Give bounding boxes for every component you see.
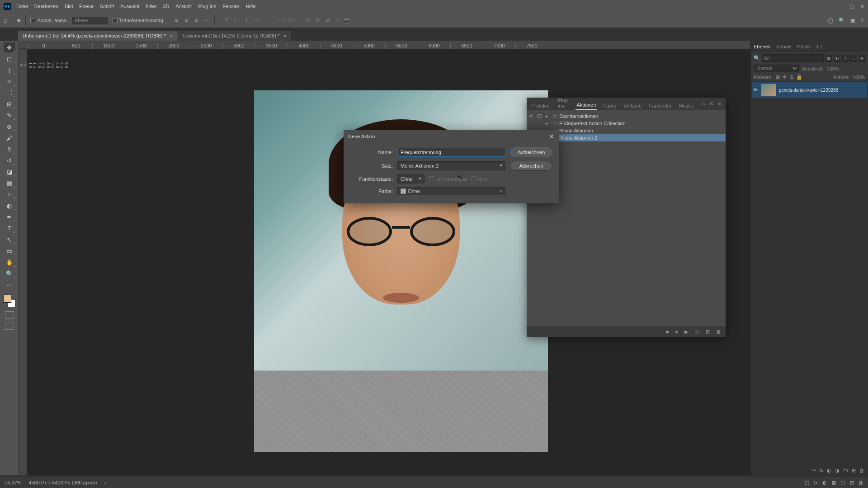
opacity-value[interactable]: 100%: [827, 66, 840, 71]
filter-smart-icon[interactable]: ◈: [859, 55, 865, 62]
stamp-tool[interactable]: ⊻: [4, 144, 15, 154]
move-tool[interactable]: ✥: [4, 42, 15, 52]
tab-farbe[interactable]: Farbe: [602, 101, 617, 110]
menu-schrift[interactable]: Schrift: [100, 4, 114, 9]
group-icon[interactable]: 🗀: [843, 468, 848, 473]
path-tool[interactable]: ↖: [4, 235, 15, 244]
new-set-icon[interactable]: 🗀: [694, 329, 699, 334]
filter-shape-icon[interactable]: ▭: [850, 55, 857, 62]
visibility-icon[interactable]: 👁: [753, 87, 758, 93]
tab-pfade[interactable]: Pfade: [797, 44, 810, 49]
action-name-input[interactable]: [397, 148, 505, 157]
eraser-tool[interactable]: ◪: [4, 167, 15, 177]
overflow-icon[interactable]: ⋯: [264, 18, 269, 23]
pen-tool[interactable]: ✒: [4, 212, 15, 222]
history-brush-tool[interactable]: ↺: [4, 155, 15, 165]
play-icon[interactable]: ▶: [684, 329, 688, 335]
trash-icon[interactable]: 🗑: [716, 329, 721, 334]
status-icon-7[interactable]: 🗑: [859, 480, 863, 486]
status-icon-2[interactable]: fx: [814, 480, 818, 486]
menu-3d[interactable]: 3D: [163, 4, 169, 9]
layer-dropdown[interactable]: Ebene: [72, 17, 108, 24]
action-set-select[interactable]: Meine Aktionen 2▾: [397, 161, 505, 170]
action-set-standard[interactable]: ✓ ▢ ▸ 🗀 Standardaktionen: [527, 112, 726, 120]
status-icon-4[interactable]: ▦: [831, 480, 836, 486]
auto-select-checkbox[interactable]: Autom. ausw.: [30, 18, 67, 23]
dodge-tool[interactable]: ◐: [4, 201, 15, 211]
share-icon[interactable]: ⇪: [860, 18, 864, 23]
record-icon[interactable]: ●: [675, 329, 678, 334]
panel-menu-icon[interactable]: ≡: [717, 99, 722, 108]
fx-icon[interactable]: fx: [819, 468, 823, 473]
zoom-tool[interactable]: 🔍: [4, 268, 15, 278]
doc-tab-1[interactable]: Unbenannt-1 bei 14,4% (pexels-daniel-xav…: [18, 31, 178, 41]
lasso-tool[interactable]: ⟆: [4, 65, 15, 75]
menu-filter[interactable]: Filter: [146, 4, 156, 9]
align-center-h-icon[interactable]: ≡: [183, 17, 190, 24]
quickmask-icon[interactable]: [5, 311, 14, 319]
expand-icon[interactable]: ▸: [544, 114, 550, 118]
new-layer-icon[interactable]: ⊞: [852, 468, 856, 474]
action-color-select[interactable]: Ohne ▾: [397, 187, 505, 195]
layer-thumbnail[interactable]: [761, 84, 776, 96]
workspace-icon[interactable]: ▦: [850, 18, 855, 23]
menu-fenster[interactable]: Fenster: [222, 4, 239, 9]
status-arrow-icon[interactable]: ›: [104, 480, 106, 485]
menu-datei[interactable]: Datei: [16, 4, 28, 9]
status-icon-3[interactable]: ◐: [822, 480, 827, 486]
lock-position-icon[interactable]: ✥: [783, 74, 787, 80]
document-dims[interactable]: 4500 Px x 5400 Px (300 ppcm): [28, 480, 97, 485]
toggle-check-icon[interactable]: ✓: [528, 113, 534, 119]
menu-auswahl[interactable]: Auswahl: [120, 4, 139, 9]
status-icon-5[interactable]: 🗀: [840, 480, 845, 486]
close-window-icon[interactable]: ✕: [860, 4, 864, 9]
type-tool[interactable]: T: [4, 223, 15, 233]
close-tab-icon[interactable]: ✕: [283, 33, 287, 38]
heal-tool[interactable]: ⊕: [4, 122, 15, 131]
align-right-icon[interactable]: ≡: [193, 17, 200, 24]
layer-filter-input[interactable]: [762, 54, 824, 62]
tab-muster[interactable]: Muster: [678, 101, 695, 110]
dialog-titlebar[interactable]: Neue Aktion ✕: [344, 130, 559, 143]
hand-tool[interactable]: ✋: [4, 257, 15, 267]
zoom-value[interactable]: 14,37%: [5, 480, 21, 485]
menu-ebene[interactable]: Ebene: [79, 4, 94, 9]
edit-toolbar-icon[interactable]: ⋯: [4, 280, 15, 290]
tab-verlaeufe[interactable]: Verläufe: [623, 101, 642, 110]
home-icon[interactable]: ⌂: [4, 17, 7, 24]
cancel-button[interactable]: Abbrechen: [510, 161, 552, 171]
maximize-icon[interactable]: ▢: [849, 4, 854, 9]
eyedropper-tool[interactable]: ✎: [4, 110, 15, 120]
shape-tool[interactable]: ▭: [4, 246, 15, 256]
doc-tab-2[interactable]: Unbenannt-2 bei 14,2% (Ebene 0, RGB/8) *…: [179, 31, 291, 41]
toggle-dialog-icon[interactable]: ▢: [536, 113, 542, 119]
color-swatches[interactable]: [3, 295, 16, 307]
expand-icon[interactable]: ▸: [544, 121, 550, 126]
lock-artboard-icon[interactable]: ⊞: [789, 74, 793, 80]
minimize-icon[interactable]: —: [838, 4, 843, 9]
blur-tool[interactable]: ○: [4, 189, 15, 199]
lock-all-icon[interactable]: 🔒: [796, 74, 802, 80]
tab-farbfelder[interactable]: Farbfelder: [648, 101, 672, 110]
status-icon-1[interactable]: ▢: [805, 480, 809, 486]
action-set-piximperfect[interactable]: ▸ 🗀 PiXimperfect Action Collection: [527, 120, 726, 127]
search-icon[interactable]: 🔍: [839, 18, 845, 23]
menu-bild[interactable]: Bild: [65, 4, 73, 9]
foreground-swatch[interactable]: [3, 295, 11, 303]
filter-pixel-icon[interactable]: ▦: [826, 55, 832, 62]
transform-controls-checkbox[interactable]: Transformationsstrg.: [113, 18, 165, 23]
tab-plugins[interactable]: Plug-ins: [557, 96, 571, 110]
gradient-tool[interactable]: ▦: [4, 178, 15, 188]
filter-type-icon[interactable]: T: [842, 55, 849, 62]
stop-icon[interactable]: ■: [666, 329, 669, 334]
collapse-icon[interactable]: «: [701, 99, 706, 108]
new-action-icon[interactable]: ⊞: [706, 329, 710, 335]
filter-adjust-icon[interactable]: ◐: [834, 55, 840, 62]
brush-tool[interactable]: 🖌: [4, 133, 15, 143]
lock-pixels-icon[interactable]: ▦: [775, 74, 780, 80]
screenmode-icon[interactable]: [5, 323, 14, 330]
blend-mode-select[interactable]: Normal: [754, 65, 799, 72]
tab-3d[interactable]: 3D: [816, 44, 822, 49]
mask-icon[interactable]: ◐: [827, 468, 831, 474]
menu-bearbeiten[interactable]: Bearbeiten: [34, 4, 58, 9]
